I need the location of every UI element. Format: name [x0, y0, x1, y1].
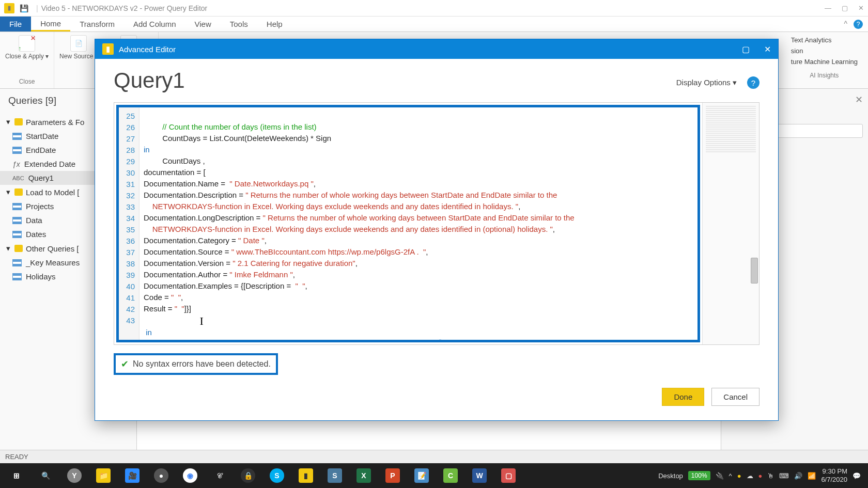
close-apply-button[interactable]: ✕ ↑ Close & Apply ▾	[5, 35, 49, 60]
done-button[interactable]: Done	[662, 388, 704, 406]
window-title: Video 5 - NETWORKDAYS v2 - Power Query E…	[41, 4, 208, 12]
dialog-close-icon[interactable]: ✕	[764, 44, 771, 54]
tab-view[interactable]: View	[185, 17, 221, 32]
minimize-icon[interactable]: —	[825, 4, 831, 12]
help-icon[interactable]: ?	[854, 20, 863, 29]
tray-chevron-icon[interactable]: 🔌	[716, 472, 724, 480]
start-button[interactable]: ⊞	[3, 465, 30, 486]
dialog-help-icon[interactable]: ?	[747, 76, 760, 89]
ribbon-group-ai: AI Insights	[791, 72, 858, 79]
tray-notifications-icon[interactable]: 💬	[853, 472, 861, 480]
tray-icon-1[interactable]: ●	[737, 472, 741, 480]
taskbar: ⊞ 🔍 Y 📁 🎥 ● ◉ 𝒞 🔒 S ▮ S X P 📝 C W ▢ Desk…	[0, 463, 868, 488]
taskbar-word[interactable]: W	[466, 465, 493, 486]
line-number-gutter: 25 26 27 28 29 30 31 32 33 34 35 36 37 3…	[119, 107, 140, 340]
taskbar-app-3[interactable]: 𝒞	[206, 465, 233, 486]
tray-icon-4[interactable]: 🖱	[767, 472, 774, 480]
tab-add-column[interactable]: Add Column	[124, 17, 185, 32]
tab-file[interactable]: File	[0, 17, 31, 32]
text-analytics-button[interactable]: Text Analytics	[791, 36, 858, 44]
text-cursor-icon: I	[199, 316, 203, 326]
ribbon-tabs: File Home Transform Add Column View Tool…	[0, 17, 868, 32]
check-icon: ✔	[121, 358, 129, 370]
dialog-app-icon: ▮	[102, 43, 114, 55]
taskbar-powerbi[interactable]: ▮	[292, 465, 319, 486]
advanced-editor-dialog: ▮ Advanced Editor ▢ ✕ Query1 Display Opt…	[95, 39, 779, 421]
dialog-maximize-icon[interactable]: ▢	[742, 44, 750, 54]
aml-button[interactable]: ture Machine Learning	[791, 58, 858, 66]
syntax-status-text: No syntax errors have been detected.	[133, 359, 271, 369]
tray-icon-3[interactable]: ●	[758, 472, 763, 480]
chevron-up-icon[interactable]: ^	[844, 20, 847, 29]
taskbar-desktop-label[interactable]: Desktop	[658, 472, 683, 480]
window-titlebar: ▮ 💾 | Video 5 - NETWORKDAYS v2 - Power Q…	[0, 0, 868, 17]
taskbar-camtasia[interactable]: C	[437, 465, 464, 486]
dialog-titlebar[interactable]: ▮ Advanced Editor ▢ ✕	[95, 39, 778, 59]
dialog-query-name: Query1	[114, 68, 185, 93]
taskbar-chrome[interactable]: ◉	[177, 465, 204, 486]
taskbar-excel[interactable]: X	[350, 465, 377, 486]
ribbon-group-close: Close	[19, 78, 35, 85]
taskbar-clock[interactable]: 9:30 PM 6/7/2020	[821, 467, 847, 483]
minimap-scroll-thumb[interactable]	[751, 258, 758, 284]
cancel-button[interactable]: Cancel	[711, 388, 760, 406]
taskbar-app-1[interactable]: Y	[61, 465, 88, 486]
tab-transform[interactable]: Transform	[70, 17, 124, 32]
taskbar-zoom[interactable]: 🎥	[119, 465, 146, 486]
taskbar-app-4[interactable]: 🔒	[235, 465, 261, 486]
display-options-dropdown[interactable]: Display Options ▾	[676, 78, 737, 87]
app-icon: ▮	[4, 3, 14, 13]
maximize-icon[interactable]: ▢	[842, 4, 848, 12]
code-content[interactable]: // Count the number of days (items in th…	[140, 107, 698, 340]
taskbar-app-6[interactable]: ▢	[495, 465, 522, 486]
battery-icon[interactable]: 100%	[688, 471, 710, 480]
status-text: READY	[5, 453, 28, 461]
pane-close-icon[interactable]: ✕	[855, 94, 863, 105]
syntax-status: ✔ No syntax errors have been detected.	[114, 353, 278, 375]
vision-button[interactable]: sion	[791, 47, 858, 55]
tray-wifi-icon[interactable]: 📶	[808, 472, 816, 480]
minimap[interactable]	[702, 103, 759, 344]
taskbar-powerpoint[interactable]: P	[379, 465, 406, 486]
taskbar-app-2[interactable]: ●	[148, 465, 175, 486]
tray-icon-2[interactable]: ☁	[747, 472, 753, 480]
taskbar-snagit[interactable]: S	[321, 465, 348, 486]
status-bar: READY	[0, 450, 868, 463]
save-icon[interactable]: 💾	[19, 3, 29, 13]
tab-help[interactable]: Help	[257, 17, 292, 32]
search-button[interactable]: 🔍	[32, 465, 59, 486]
tab-home[interactable]: Home	[31, 17, 70, 32]
tray-icon-5[interactable]: ⌨	[779, 472, 789, 480]
tray-chevron-up-icon[interactable]: ^	[729, 472, 732, 480]
tray-volume-icon[interactable]: 🔊	[794, 472, 802, 480]
code-editor[interactable]: 25 26 27 28 29 30 31 32 33 34 35 36 37 3…	[114, 102, 760, 345]
taskbar-app-5[interactable]: 📝	[408, 465, 435, 486]
taskbar-explorer[interactable]: 📁	[90, 465, 117, 486]
dialog-title-text: Advanced Editor	[119, 45, 176, 54]
new-source-button[interactable]: 📄 New Source ▾	[59, 35, 98, 60]
taskbar-skype[interactable]: S	[264, 465, 290, 486]
tab-tools[interactable]: Tools	[221, 17, 257, 32]
close-icon[interactable]: ✕	[858, 4, 864, 12]
